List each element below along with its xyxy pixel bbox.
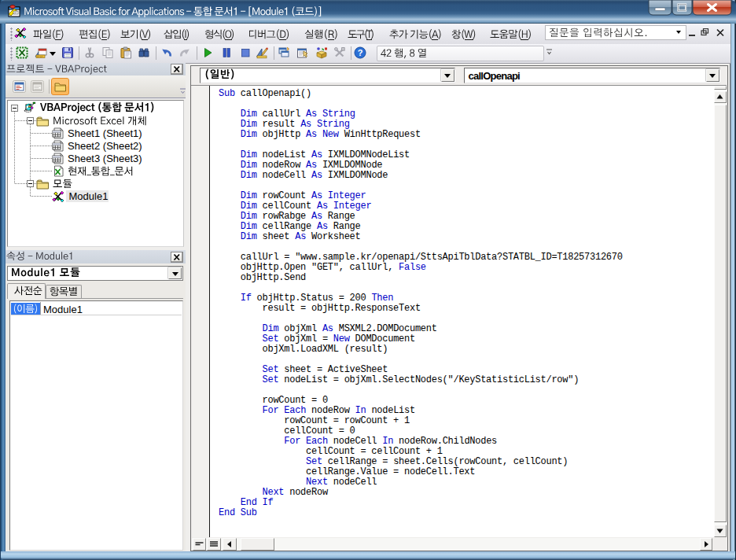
svg-text:?: ? <box>358 48 363 57</box>
